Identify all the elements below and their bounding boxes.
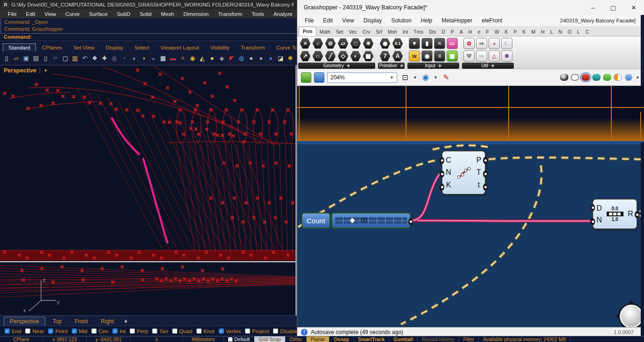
statusbar-cell[interactable]: y -5431.081 — [87, 336, 131, 342]
box-edit-icon[interactable]: ◪ — [276, 53, 285, 64]
input-param-k[interactable]: K — [442, 181, 455, 189]
graph-mapper-icon[interactable]: ≈ — [434, 38, 445, 49]
cluster-icon[interactable]: × — [300, 38, 311, 49]
category-tab[interactable]: P — [448, 28, 457, 36]
range-component[interactable]: D N 0.0 1.0 R — [592, 199, 637, 229]
statusbar-cell[interactable]: CPlane — [0, 336, 43, 342]
osnap-toggle[interactable]: ✓ Near — [25, 328, 44, 334]
preview-wireframe-icon[interactable] — [571, 74, 579, 81]
rhino-toolbar-tab[interactable]: Display — [100, 44, 128, 51]
osnap-checkbox[interactable]: ✓ — [245, 328, 250, 334]
sphere-dark-icon[interactable]: ● — [256, 53, 266, 64]
decimal-icon[interactable]: 0.1 — [392, 38, 403, 49]
viewport-layout-icon[interactable]: ▦ — [159, 53, 168, 64]
jump-icon[interactable]: ⇨ — [476, 50, 487, 62]
minimize-button[interactable]: – — [582, 0, 603, 15]
undo-icon[interactable]: ↶ — [80, 53, 90, 64]
scribble-icon[interactable]: w — [409, 50, 420, 62]
zoom-extents-icon[interactable]: ◎ — [110, 53, 119, 64]
gear-icon[interactable]: ✱ — [286, 53, 295, 64]
zoom-back-icon[interactable]: ◒ — [149, 53, 158, 64]
palette-group-label[interactable]: Geometry✚ — [298, 63, 375, 69]
spotlight-icon[interactable]: ◭ — [197, 53, 207, 64]
rhino-menu-item[interactable]: Mesh — [157, 11, 178, 17]
statusbar-cell[interactable]: Osnap — [329, 336, 354, 342]
control-knob-icon[interactable]: ◉ — [421, 50, 433, 62]
output-nub[interactable] — [483, 171, 488, 178]
osnap-toggle[interactable]: ✓ Disable — [273, 328, 298, 334]
rhino-toolbar-tab[interactable]: Transform — [236, 44, 270, 51]
fin-icon[interactable]: ◤ — [227, 53, 236, 64]
slider-body[interactable]: 10 — [331, 213, 411, 228]
input-param-n[interactable]: N — [593, 216, 605, 224]
save-definition-icon[interactable] — [314, 72, 324, 83]
osnap-checkbox[interactable]: ✓ — [219, 328, 224, 334]
grasshopper-menu-item[interactable]: Edit — [318, 16, 337, 25]
osnap-checkbox[interactable]: ✓ — [196, 328, 202, 334]
rhino-toolbar-tab[interactable]: Standard — [3, 43, 36, 51]
cut-icon[interactable]: ✂ — [51, 53, 60, 64]
statusbar-cell[interactable]: Available physical memory: 24302 MB — [479, 336, 571, 342]
value-list-icon[interactable]: ≡ — [434, 50, 445, 62]
zoom-window-icon[interactable]: ◔ — [119, 53, 129, 64]
palette-group-label[interactable]: Util✚ — [462, 63, 514, 69]
osnap-checkbox[interactable]: ✓ — [152, 328, 157, 334]
rhino-menu-item[interactable]: Tools — [247, 11, 268, 17]
boolean-toggle-icon[interactable]: ▮ — [421, 38, 433, 49]
osnap-checkbox[interactable]: ✓ — [130, 328, 135, 334]
grasshopper-menu-item[interactable]: eleFront — [477, 16, 507, 25]
zoom-extents-icon[interactable]: ⊡ — [400, 72, 410, 83]
osnap-checkbox[interactable]: ✓ — [72, 328, 77, 334]
grasshopper-menu-item[interactable]: Solution — [386, 16, 416, 25]
input-nub[interactable] — [440, 157, 444, 164]
moon-icon[interactable]: ☾ — [501, 38, 512, 49]
chevron-down-icon[interactable]: ▼ — [636, 75, 640, 80]
category-tab[interactable]: Int — [400, 28, 411, 36]
lock-icon[interactable]: ◈ — [217, 53, 226, 64]
command-prompt-input[interactable]: Command: — [0, 33, 297, 41]
viewport-title[interactable]: Perspective ▼ — [4, 67, 48, 74]
grasshopper-menu-item[interactable]: MetaHopper — [437, 16, 477, 25]
osnap-checkbox[interactable]: ✓ — [5, 328, 10, 334]
move-icon[interactable]: ✚ — [100, 53, 109, 64]
category-tab[interactable]: F — [483, 28, 491, 36]
input-param-n[interactable]: N — [442, 168, 455, 177]
pan-hand-icon[interactable]: ❖ — [90, 53, 99, 64]
print-icon[interactable]: ▤ — [31, 53, 41, 64]
palette-icon[interactable]: ✽ — [501, 50, 512, 62]
osnap-checkbox[interactable]: ✓ — [48, 328, 53, 334]
integer-icon[interactable]: 7 — [379, 50, 391, 62]
selected-curve-2[interactable] — [143, 159, 168, 242]
car-display-icon[interactable]: ▬ — [168, 53, 177, 64]
category-tab[interactable]: N — [556, 28, 565, 36]
output-nub[interactable] — [483, 184, 488, 191]
sketch-pencil-icon[interactable]: ✎ — [441, 72, 451, 83]
pin-icon[interactable]: ✳ — [178, 53, 187, 64]
open-file-icon[interactable]: ▱ — [12, 53, 21, 64]
category-tab[interactable]: H — [466, 28, 475, 36]
line-icon[interactable]: ╱ — [325, 50, 336, 62]
data-dam-icon[interactable]: ◕ — [489, 38, 500, 49]
rhino-menu-item[interactable]: Surface — [85, 11, 112, 17]
rhino-toolbar-tab[interactable]: CPlanes — [37, 44, 67, 51]
text-icon[interactable]: A — [392, 50, 403, 62]
category-tab[interactable]: O — [565, 28, 574, 36]
close-button[interactable]: ✕ — [623, 0, 644, 15]
category-tab[interactable]: P — [511, 28, 520, 36]
statusbar-cell[interactable]: Filter — [459, 336, 479, 342]
grasshopper-menu-item[interactable]: File — [300, 16, 318, 25]
category-tab[interactable]: D — [439, 28, 448, 36]
viewport-tab[interactable]: Top — [47, 317, 67, 326]
category-tab[interactable]: Vec — [346, 28, 360, 36]
canvas-style-icon[interactable] — [624, 74, 633, 81]
paste-icon[interactable]: ▥ — [70, 53, 80, 64]
statusbar-cell[interactable]: z — [131, 336, 183, 342]
osnap-toggle[interactable]: ✓ Project — [245, 328, 269, 334]
preview-eye-icon[interactable]: ◉ — [420, 72, 431, 83]
statusbar-cell[interactable]: SmartTrack — [354, 336, 389, 342]
rhino-toolbar-tab[interactable]: Select — [129, 44, 154, 51]
chevron-down-icon[interactable]: ▼ — [390, 75, 394, 80]
sphere-light-icon[interactable]: ● — [246, 53, 256, 64]
osnap-toggle[interactable]: ✓ Cen — [91, 328, 108, 334]
open-definition-icon[interactable] — [301, 72, 311, 83]
